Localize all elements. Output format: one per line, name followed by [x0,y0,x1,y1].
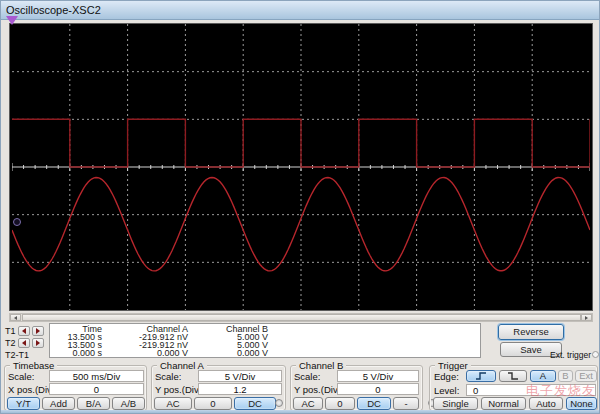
channel-a-ac-button[interactable]: AC [154,397,192,410]
channel-a-terminal-icon [275,399,283,407]
trigger-source-ext-button[interactable]: Ext [575,370,597,382]
rising-edge-icon [475,372,487,380]
scope-display [9,23,593,311]
t2-left-button[interactable] [18,338,30,348]
t1-right-button[interactable] [32,326,44,336]
ab-mode-button[interactable]: A/B [112,397,145,410]
trigger-level-label: Level: [434,385,459,396]
window-titlebar[interactable]: Oscilloscope-XSC2 [1,1,600,20]
left-arrow-icon [14,316,17,320]
t2-t1-time: 0.000 s [50,349,108,357]
falling-edge-button[interactable] [499,370,527,382]
ext-trigger-terminal[interactable] [592,351,599,358]
trigger-title: Trigger [435,360,471,371]
t2-t1-label: T2-T1 [5,350,29,360]
window-bottom-edge [1,410,600,413]
timebase-xpos-field[interactable]: 0 [49,383,144,395]
left-arrow-icon [22,340,26,346]
yt-mode-button[interactable]: Y/T [7,397,40,410]
trigger-single-button[interactable]: Single [433,397,478,410]
timebase-scale-label: Scale: [8,371,34,382]
watermark-text: 电子发烧友 [526,382,596,400]
scope-scrollbar[interactable] [9,313,593,322]
trigger-source-b-button[interactable]: B [558,370,573,382]
channel-a-dc-button[interactable]: DC [234,397,276,410]
trigger-normal-button[interactable]: Normal [481,397,526,410]
scrollbar-left-arrow[interactable] [10,314,21,321]
falling-edge-icon [507,372,519,380]
timebase-group: Timebase Scale: 500 ms/Div X pos.(Div): … [4,365,147,411]
right-arrow-icon [36,340,40,346]
reverse-button[interactable]: Reverse [498,324,564,340]
left-arrow-icon [22,328,26,334]
channel-b-group: Channel B Scale: 5 V/Div Y pos.(Div): 0 … [290,365,423,411]
channel-b-ground-button[interactable]: - [393,397,419,410]
scrollbar-thumb[interactable] [22,314,581,321]
timebase-scale-field[interactable]: 500 ms/Div [49,370,144,382]
window-title: Oscilloscope-XSC2 [6,4,101,16]
right-arrow-icon [36,328,40,334]
channel-a-group: Channel A Scale: 5 V/Div Y pos.(Div): 1.… [151,365,286,411]
t-cursor-handle[interactable] [6,16,18,25]
t2-t1-channel-a: 0.000 V [108,349,194,357]
channel-b-scale-label: Scale: [294,371,320,382]
readout-table: Time Channel A Channel B 13.500 s -219.9… [49,323,481,358]
trigger-source-a-button[interactable]: A [530,370,556,382]
channel-a-scale-field[interactable]: 5 V/Div [198,370,282,382]
t2-label: T2 [5,338,16,348]
t2-t1-channel-b: 0.000 V [194,349,274,357]
trigger-edge-label: Edge: [434,371,459,382]
channel-b-ypos-field[interactable]: 0 [337,383,419,395]
t1-cursor-row: T1 [5,325,44,336]
channel-a-ypos-field[interactable]: 1.2 [198,383,282,395]
t2-right-button[interactable] [32,338,44,348]
channel-b-ac-button[interactable]: AC [293,397,323,410]
rising-edge-button[interactable] [466,370,496,382]
ba-mode-button[interactable]: B/A [77,397,110,410]
ext-trigger-label: Ext. trigger [550,350,591,360]
channel-a-zero-button[interactable]: 0 [194,397,232,410]
scope-svg [12,24,590,310]
scrollbar-right-arrow[interactable] [581,314,592,321]
t2-cursor-row: T2 [5,337,44,348]
oscilloscope-window: Oscilloscope-XSC2 T1 T2 T2-T1 Time Chann… [0,0,600,414]
channel-a-position-marker [13,218,21,226]
add-mode-button[interactable]: Add [42,397,75,410]
channel-b-dc-button[interactable]: DC [357,397,391,410]
right-arrow-icon [585,316,588,320]
t2-t1-readout-row: 0.000 s 0.000 V 0.000 V [50,349,480,357]
channel-b-zero-button[interactable]: 0 [325,397,355,410]
channel-a-scale-label: Scale: [155,371,181,382]
t1-left-button[interactable] [18,326,30,336]
channel-b-scale-field[interactable]: 5 V/Div [337,370,419,382]
t1-label: T1 [5,326,16,336]
t2-t1-row: T2-T1 [5,349,29,360]
